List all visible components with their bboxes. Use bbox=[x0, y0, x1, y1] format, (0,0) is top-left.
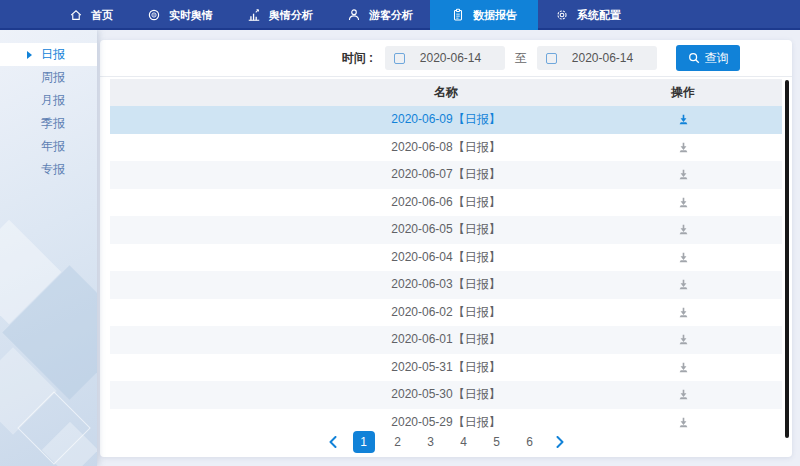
nav-label: 游客分析 bbox=[369, 8, 413, 23]
download-icon[interactable] bbox=[663, 299, 703, 327]
bar-chart-icon bbox=[247, 8, 261, 22]
nav-item-visitor-analysis[interactable]: 游客分析 bbox=[330, 0, 430, 30]
table-row[interactable]: 2020-06-07【日报】 bbox=[110, 161, 782, 189]
start-date-input[interactable]: 2020-06-14 bbox=[385, 46, 505, 70]
column-header-action: 操作 bbox=[663, 79, 703, 106]
sidebar-item-label: 专报 bbox=[41, 162, 65, 176]
user-icon bbox=[347, 8, 361, 22]
nav-item-system-config[interactable]: 系统配置 bbox=[538, 0, 638, 30]
table-row[interactable]: 2020-05-31【日报】 bbox=[110, 354, 782, 382]
table-row[interactable]: 2020-06-09【日报】 bbox=[110, 106, 782, 134]
table-row[interactable]: 2020-06-04【日报】 bbox=[110, 244, 782, 272]
nav-label: 系统配置 bbox=[577, 8, 621, 23]
nav-item-sentiment-analysis[interactable]: 舆情分析 bbox=[230, 0, 330, 30]
download-icon[interactable] bbox=[663, 354, 703, 382]
nav-label: 首页 bbox=[91, 8, 113, 23]
table-row[interactable]: 2020-05-30【日报】 bbox=[110, 381, 782, 409]
page-button-4[interactable]: 4 bbox=[454, 432, 474, 452]
sidebar-item-monthly-report[interactable]: 月报 bbox=[0, 89, 97, 112]
calendar-icon bbox=[546, 53, 557, 64]
active-marker-icon bbox=[27, 51, 32, 59]
download-icon[interactable] bbox=[663, 271, 703, 299]
sidebar-item-label: 日报 bbox=[41, 47, 65, 61]
table-row[interactable]: 2020-06-01【日报】 bbox=[110, 326, 782, 354]
table-row[interactable]: 2020-06-02【日报】 bbox=[110, 299, 782, 327]
table-row[interactable]: 2020-06-06【日报】 bbox=[110, 189, 782, 217]
page-button-2[interactable]: 2 bbox=[388, 432, 408, 452]
sidebar-item-label: 季报 bbox=[41, 116, 65, 130]
sidebar-item-special-report[interactable]: 专报 bbox=[0, 158, 97, 181]
gear-icon bbox=[555, 8, 569, 22]
page-button-6[interactable]: 6 bbox=[520, 432, 540, 452]
download-icon[interactable] bbox=[663, 326, 703, 354]
top-nav: 首页 实时舆情 舆情分析 游客分析 bbox=[0, 0, 800, 30]
nav-item-realtime-sentiment[interactable]: 实时舆情 bbox=[130, 0, 230, 30]
date-range-to-label: 至 bbox=[515, 50, 527, 67]
sidebar-item-weekly-report[interactable]: 周报 bbox=[0, 66, 97, 89]
eye-icon bbox=[147, 8, 161, 22]
download-icon[interactable] bbox=[663, 244, 703, 272]
download-icon[interactable] bbox=[663, 381, 703, 409]
table-scrollbar[interactable] bbox=[785, 80, 789, 438]
sidebar-item-label: 月报 bbox=[41, 93, 65, 107]
sidebar-item-label: 年报 bbox=[41, 139, 65, 153]
table-row[interactable]: 2020-06-03【日报】 bbox=[110, 271, 782, 299]
filter-bar: 时间 : 2020-06-14 至 2020-06-14 查询 bbox=[100, 40, 792, 77]
nav-item-home[interactable]: 首页 bbox=[52, 0, 130, 30]
table-row[interactable]: 2020-06-08【日报】 bbox=[110, 134, 782, 162]
search-icon bbox=[688, 52, 700, 64]
download-icon[interactable] bbox=[663, 189, 703, 217]
calendar-icon bbox=[394, 53, 405, 64]
search-button-label: 查询 bbox=[705, 50, 729, 67]
sidebar-menu: 日报 周报 月报 季报 年报 专报 bbox=[0, 30, 97, 181]
sidebar-item-quarterly-report[interactable]: 季报 bbox=[0, 112, 97, 135]
table-header: 名称 操作 bbox=[110, 79, 782, 106]
sidebar-item-label: 周报 bbox=[41, 70, 65, 84]
end-date-value: 2020-06-14 bbox=[557, 51, 648, 65]
download-icon[interactable] bbox=[663, 106, 703, 134]
nav-label: 舆情分析 bbox=[269, 8, 313, 23]
page-button-3[interactable]: 3 bbox=[421, 432, 441, 452]
nav-label: 数据报告 bbox=[473, 8, 517, 23]
pagination: 1 2 3 4 5 6 bbox=[100, 430, 792, 454]
table-row[interactable]: 2020-06-05【日报】 bbox=[110, 216, 782, 244]
clipboard-icon bbox=[451, 8, 465, 22]
content-panel: 时间 : 2020-06-14 至 2020-06-14 查询 名称 操作 bbox=[100, 40, 792, 457]
sidebar-item-daily-report[interactable]: 日报 bbox=[0, 43, 97, 66]
table-body: 2020-06-09【日报】 2020-06-08【日报】 bbox=[110, 106, 782, 436]
sidebar: 日报 周报 月报 季报 年报 专报 bbox=[0, 30, 97, 466]
nav-item-data-report[interactable]: 数据报告 bbox=[430, 0, 538, 30]
report-table: 名称 操作 2020-06-09【日报】 2020-06-08【日报】 bbox=[110, 79, 782, 436]
download-icon[interactable] bbox=[663, 134, 703, 162]
end-date-input[interactable]: 2020-06-14 bbox=[537, 46, 657, 70]
download-icon[interactable] bbox=[663, 161, 703, 189]
sidebar-item-yearly-report[interactable]: 年报 bbox=[0, 135, 97, 158]
home-icon bbox=[69, 8, 83, 22]
nav-label: 实时舆情 bbox=[169, 8, 213, 23]
page-button-1[interactable]: 1 bbox=[353, 431, 375, 453]
download-icon[interactable] bbox=[663, 216, 703, 244]
prev-page-icon[interactable] bbox=[327, 436, 340, 448]
next-page-icon[interactable] bbox=[553, 436, 566, 448]
time-filter-label: 时间 : bbox=[342, 50, 373, 67]
start-date-value: 2020-06-14 bbox=[405, 51, 496, 65]
search-button[interactable]: 查询 bbox=[676, 45, 740, 71]
page-button-5[interactable]: 5 bbox=[487, 432, 507, 452]
